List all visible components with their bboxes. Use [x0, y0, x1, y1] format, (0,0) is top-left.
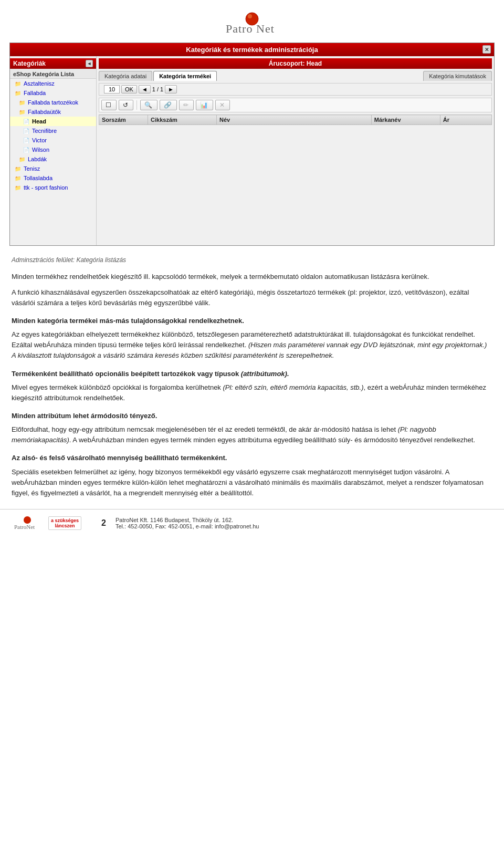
para4: Mivel egyes termékek különböző opciókkal… — [12, 382, 492, 403]
bold2: Termékenként beállítható opcionális beép… — [12, 369, 492, 379]
caption: Adminsztrációs felület: Kategória listáz… — [12, 255, 492, 265]
toolbar-separator — [136, 100, 137, 110]
sidebar-item-victor[interactable]: 📄 Victor — [10, 136, 96, 145]
tab-kategoria-termekei[interactable]: Kategória termékei — [153, 71, 217, 81]
sidebar-item-label: Asztaltenisz — [24, 80, 55, 87]
kapcsolodo-termekek-button[interactable]: 🔗 — [160, 100, 177, 110]
page-icon: 📄 — [23, 137, 30, 144]
sidebar-header: Kategóriák ◄ — [10, 58, 96, 69]
toolbar-row: ☐ ↺ 🔍 🔗 ✏ — [99, 98, 492, 112]
sidebar-item-labdak[interactable]: 📁 Labdák — [10, 154, 96, 164]
sidebar-item-label: Tenisz — [24, 165, 40, 172]
search-icon: 🔍 — [144, 101, 152, 109]
refresh-icon: ↺ — [123, 101, 128, 109]
pagination-next-button[interactable]: ► — [165, 85, 177, 93]
sidebar-item-tenisz[interactable]: 📁 Tenisz — [10, 164, 96, 173]
patronet-footer-logo: PatroNet — [12, 515, 43, 532]
footer-logos: PatroNet a szükséges láncszen — [12, 515, 81, 532]
szerkesztes-button[interactable]: ✏ — [179, 100, 194, 110]
page-current: 1 — [152, 86, 155, 92]
sidebar-header-label: Kategóriák — [13, 60, 46, 67]
sidebar-item-label: Labdák — [28, 156, 47, 162]
folder-icon: 📁 — [18, 99, 26, 106]
para2: A funkció kihasználásával egyszerűen öss… — [12, 287, 492, 308]
kimutatasok-button[interactable]: 📊 — [196, 100, 213, 110]
pagination-ok-button[interactable]: OK — [121, 85, 137, 93]
folder-icon: 📁 — [14, 80, 22, 87]
sidebar-item-asztaltenisz[interactable]: 📁 Asztaltenisz — [10, 79, 96, 88]
torles-button[interactable]: ✕ — [215, 100, 230, 110]
tab-kategoria-kimutatasok[interactable]: Kategória kimutatások — [423, 71, 492, 81]
page-footer: PatroNet a szükséges láncszen 2 PatroNet… — [0, 509, 504, 537]
col-header-nev: Név — [217, 115, 372, 125]
sidebar-item-label: Wilson — [32, 147, 49, 153]
folder-icon: 📁 — [18, 108, 26, 116]
sidebar-item-label: Tollaslabda — [24, 175, 52, 181]
svg-text:Patro: Patro — [226, 22, 253, 35]
svg-point-2 — [248, 14, 252, 18]
app-window: Kategóriák és termékek adminisztrációja … — [9, 43, 495, 246]
close-button[interactable]: ✕ — [482, 45, 491, 54]
delete-icon: ✕ — [219, 101, 225, 109]
sidebar-item-tecnifibre[interactable]: 📄 Tecnifibre — [10, 126, 96, 136]
folder-icon: 📁 — [14, 165, 22, 172]
lancszem-logo: a szükséges láncszen — [48, 516, 81, 530]
sidebar-item-wilson[interactable]: 📄 Wilson — [10, 145, 96, 154]
para5: Előfordulhat, hogy egy-egy attribútum ne… — [12, 424, 492, 445]
kereses-button[interactable]: 🔍 — [140, 100, 158, 110]
patronet-logo: Patro Net — [210, 9, 294, 36]
sidebar-item-tollaslabda[interactable]: 📁 Tollaslabda — [10, 173, 96, 183]
para6: Speciális esetekben felmerülhet az igény… — [12, 467, 492, 498]
tab-kategoria-adatai[interactable]: Kategória adatai — [99, 71, 152, 81]
bold1: Minden kategória termékei más-más tulajd… — [12, 316, 492, 326]
sidebar-item-label: Head — [32, 118, 46, 124]
footer-contact-details: Tel.: 452-0050, Fax: 452-0051, e-mail: i… — [116, 523, 259, 529]
link-icon: 🔗 — [164, 101, 172, 109]
main-panel: Árucsoport: Head Kategória adatai Kategó… — [97, 56, 494, 245]
footer-contact: PatroNet Kft. 1146 Budapest, Thököly út.… — [116, 517, 259, 529]
sidebar-item-fallabda-tartozekok[interactable]: 📁 Fallabda tartozékok — [10, 98, 96, 107]
title-bar-label: Kategóriák és termékek adminisztrációja — [186, 46, 318, 54]
content-area: Kategóriák ◄ eShop Kategória Lista 📁 Asz… — [10, 56, 494, 245]
sor-oldal-input[interactable] — [104, 85, 120, 93]
folder-icon: 📁 — [14, 174, 22, 182]
col-header-sorszam: Sorszám — [99, 115, 148, 125]
lista-frissites-button[interactable]: ↺ — [119, 100, 133, 110]
logo-area: Patro Net — [0, 0, 504, 43]
sidebar-item-ttk[interactable]: 📁 ttk - sport fashion — [10, 183, 96, 192]
products-table: Sorszám Cikkszám Név Márkanév Ár — [99, 115, 492, 125]
svg-text:Net: Net — [256, 22, 275, 35]
sidebar-section-label: eShop Kategória Lista — [10, 69, 96, 79]
para1: Minden termékhez rendelhetőek kiegészítő… — [12, 272, 492, 282]
bold4: Az alsó- és felső vásárolható mennyiség … — [12, 453, 492, 463]
col-header-markanev: Márkanév — [371, 115, 440, 125]
footer-company: PatroNet Kft. 1146 Budapest, Thököly út.… — [116, 517, 259, 523]
edit-icon: ✏ — [183, 101, 188, 109]
sidebar-item-fallabdautok[interactable]: 📁 Fallabdaütők — [10, 107, 96, 117]
title-bar: Kategóriák és termékek adminisztrációja … — [10, 43, 494, 56]
sidebar-item-fallabda[interactable]: 📁 Fallabda — [10, 88, 96, 98]
sidebar-item-label: Victor — [32, 137, 47, 143]
folder-icon: 📁 — [14, 89, 22, 97]
folder-icon: 📁 — [18, 155, 26, 163]
page-total: 1 — [160, 86, 163, 92]
sidebar-item-label: Tecnifibre — [32, 128, 57, 134]
sidebar: Kategóriák ◄ eShop Kategória Lista 📁 Asz… — [10, 56, 97, 245]
page-icon: 📄 — [23, 127, 30, 134]
tabs-row: Kategória adatai Kategória termékei Kate… — [99, 71, 492, 81]
chart-icon: 📊 — [200, 101, 208, 109]
footer-page-number: 2 — [101, 518, 106, 528]
sidebar-item-label: Fallabda — [24, 90, 46, 96]
sidebar-item-head[interactable]: 📄 Head — [10, 117, 96, 126]
folder-icon: 📁 — [14, 184, 22, 191]
sidebar-collapse-button[interactable]: ◄ — [86, 60, 93, 67]
page-icon: 📄 — [23, 118, 30, 125]
sidebar-item-label: Fallabdaütők — [28, 109, 61, 115]
uj-termek-button[interactable]: ☐ — [101, 100, 117, 110]
pagination-prev-button[interactable]: ◄ — [139, 85, 151, 93]
arusoport-bar: Árucsoport: Head — [99, 58, 492, 69]
add-icon: ☐ — [106, 101, 111, 109]
bold3: Minden attribútum lehet ármódosító ténye… — [12, 411, 492, 421]
svg-text:PatroNet: PatroNet — [14, 524, 35, 530]
page-icon: 📄 — [23, 146, 30, 153]
